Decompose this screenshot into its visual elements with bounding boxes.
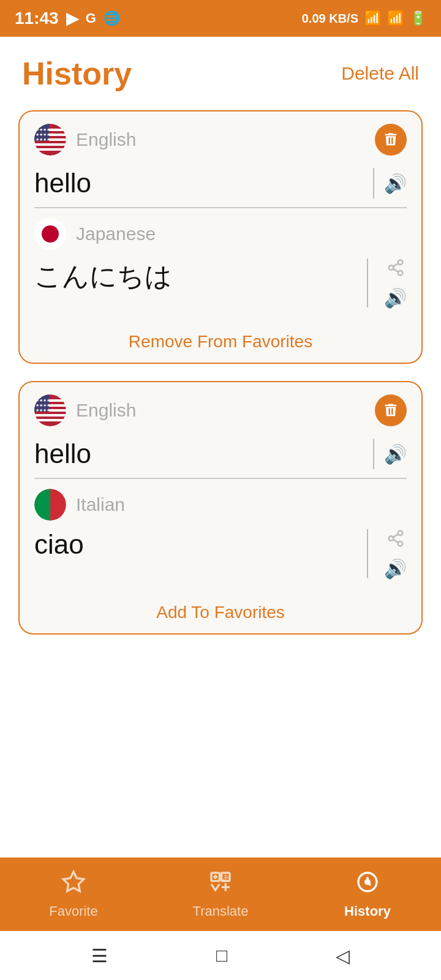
svg-text:★★★★★: ★★★★★ (36, 132, 54, 137)
speed-indicator: 0.09 KB/S (302, 12, 358, 26)
card-1-source-flag: ★★★★★★ ★★★★★ ★★★★★★ (34, 124, 66, 156)
card-1-delete-button[interactable] (375, 124, 407, 156)
svg-rect-5 (34, 148, 66, 151)
bottom-navigation: Favorite あ Translate History (0, 858, 441, 931)
card-1-target-text: こんにちは (34, 258, 357, 295)
card-2-source-row: hello 🔊 (20, 432, 421, 478)
svg-text:★★★★★★: ★★★★★★ (36, 408, 58, 412)
svg-text:★★★★★★: ★★★★★★ (36, 137, 58, 141)
card-1-source-lang-info: ★★★★★★ ★★★★★ ★★★★★★ English (34, 124, 136, 156)
card-1-favorites-button[interactable]: Remove From Favorites (20, 321, 421, 363)
translation-card-2: ★★★★★★ ★★★★★ ★★★★★★ English hello 🔊 (18, 381, 423, 635)
battery-icon: 🔋 (410, 10, 426, 26)
status-time: 11:43 (15, 9, 59, 28)
card-1-source-row: hello 🔊 (20, 162, 421, 207)
card-2-target-flag (34, 489, 66, 521)
card-1-target-icons: 🔊 (378, 258, 407, 309)
svg-text:あ: あ (222, 872, 230, 881)
card-1-target-flag (34, 218, 66, 250)
nav-label-favorite: Favorite (49, 903, 97, 919)
card-1-target-lang-name: Japanese (76, 224, 156, 244)
card-1-target-lang-info: Japanese (34, 218, 407, 250)
card-2-target-section: Italian ciao 🔊 (20, 479, 421, 592)
card-2-target-text: ciao (34, 529, 357, 560)
card-2-target-row: ciao 🔊 (34, 529, 407, 586)
svg-point-32 (398, 541, 402, 546)
history-icon (355, 870, 380, 900)
app-icon: 🌐 (104, 10, 120, 26)
youtube-icon: ▶ (66, 9, 78, 28)
delete-all-button[interactable]: Delete All (341, 63, 419, 84)
favorite-icon (61, 870, 86, 900)
nav-item-favorite[interactable]: Favorite (0, 864, 147, 925)
trash-icon-2 (382, 402, 399, 419)
card-1-target-row: こんにちは 🔊 (34, 258, 407, 315)
card-2-target-lang-name: Italian (76, 494, 125, 515)
card-2-target-lang-info: Italian (34, 489, 407, 521)
android-menu-button[interactable]: ☰ (91, 945, 108, 967)
nav-item-translate[interactable]: あ Translate (147, 864, 294, 925)
card-1-divider-1 (373, 168, 374, 198)
trash-icon (382, 131, 399, 148)
card-2-target-icons: 🔊 (378, 529, 407, 579)
card-2-source-sound-icon[interactable]: 🔊 (384, 443, 407, 465)
status-right: 0.09 KB/S 📶 📶 🔋 (302, 10, 426, 26)
card-2-divider-1 (373, 439, 374, 469)
translate-icon: あ (208, 870, 233, 900)
svg-line-33 (393, 540, 398, 543)
svg-line-17 (393, 269, 398, 272)
card-1-divider-2 (367, 258, 368, 307)
android-home-button[interactable]: □ (216, 945, 227, 966)
card-1-source-sound-icon[interactable]: 🔊 (384, 173, 407, 194)
svg-rect-4 (34, 143, 66, 146)
svg-text:★★★★★★: ★★★★★★ (36, 398, 58, 402)
svg-point-30 (398, 531, 402, 536)
card-1-target-section: Japanese こんにちは 🔊 (20, 208, 421, 321)
card-1-share-icon[interactable] (386, 258, 405, 281)
status-bar: 11:43 ▶ G 🌐 0.09 KB/S 📶 📶 🔋 (0, 0, 441, 37)
svg-point-16 (398, 271, 402, 276)
svg-marker-35 (63, 872, 83, 891)
card-2-source-lang-info: ★★★★★★ ★★★★★ ★★★★★★ English (34, 394, 136, 426)
page-title: History (22, 55, 132, 92)
card-2-divider-2 (367, 529, 368, 578)
nav-item-history[interactable]: History (294, 864, 441, 925)
card-2-source-text: hello (34, 439, 363, 469)
android-navigation-bar: ☰ □ ◁ (0, 931, 441, 980)
svg-point-40 (366, 880, 370, 884)
card-1-source-text: hello (34, 168, 363, 198)
card-1-target-sound-icon[interactable]: 🔊 (384, 287, 407, 309)
card-2-source-flag: ★★★★★★ ★★★★★ ★★★★★★ (34, 394, 66, 426)
svg-rect-23 (34, 414, 66, 417)
card-2-source-lang-name: English (76, 400, 136, 421)
nav-label-history: History (344, 903, 391, 919)
svg-text:★★★★★: ★★★★★ (36, 403, 54, 407)
svg-rect-24 (34, 419, 66, 421)
status-left: 11:43 ▶ G 🌐 (15, 9, 120, 28)
svg-text:★★★★★★: ★★★★★★ (36, 127, 58, 132)
svg-line-18 (393, 263, 398, 266)
svg-point-31 (388, 536, 393, 541)
card-2-header: ★★★★★★ ★★★★★ ★★★★★★ English (20, 382, 421, 432)
card-1-source-lang-name: English (76, 129, 136, 150)
card-2-share-icon[interactable] (386, 529, 405, 552)
svg-line-34 (393, 534, 398, 537)
wifi-icon: 📶 (364, 10, 381, 26)
svg-point-14 (398, 260, 402, 265)
nav-label-translate: Translate (193, 903, 249, 919)
signal-icon: 📶 (387, 10, 404, 26)
android-back-button[interactable]: ◁ (336, 945, 350, 967)
card-2-delete-button[interactable] (375, 394, 407, 426)
content-area: ★★★★★★ ★★★★★ ★★★★★★ English hello 🔊 (0, 104, 441, 858)
page-header: History Delete All (0, 37, 441, 104)
google-icon: G (86, 10, 96, 26)
card-2-favorites-button[interactable]: Add To Favorites (20, 592, 421, 633)
svg-point-13 (42, 225, 59, 243)
svg-point-15 (388, 265, 393, 270)
card-1-header: ★★★★★★ ★★★★★ ★★★★★★ English (20, 111, 421, 162)
translation-card-1: ★★★★★★ ★★★★★ ★★★★★★ English hello 🔊 (18, 110, 423, 364)
card-2-target-sound-icon[interactable]: 🔊 (384, 558, 407, 579)
